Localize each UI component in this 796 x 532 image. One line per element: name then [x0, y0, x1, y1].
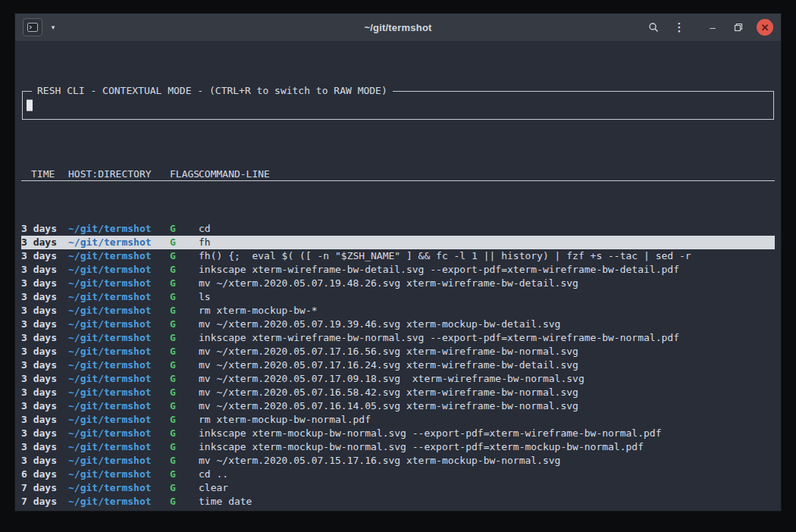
history-row[interactable]: 3 days~/git/termshotGinkscape xterm-mock… [21, 427, 775, 440]
header-flags: FLAGS [170, 167, 199, 180]
row-time: 3 days [21, 399, 68, 413]
minimize-button[interactable]: – [704, 18, 722, 36]
history-row[interactable]: 3 days~/git/termshotGfh() {; eval $( ([ … [21, 249, 775, 263]
row-time: 7 days [21, 495, 68, 509]
terminal-content: RESH CLI - CONTEXTUAL MODE - (CTRL+R to … [15, 41, 781, 511]
row-flags: G [170, 427, 199, 440]
row-flags: G [170, 290, 199, 304]
row-time: 6 days [21, 468, 68, 481]
search-button[interactable] [644, 18, 663, 36]
row-command: fh() {; eval $( ([ -n "$ZSH_NAME" ] && f… [199, 249, 775, 263]
row-command: cd .. [199, 468, 775, 481]
history-row[interactable]: 3 days~/git/termshotGinkscape xterm-wire… [21, 263, 775, 277]
history-row[interactable]: 3 days~/git/termshotGmv ~/xterm.2020.05.… [21, 345, 775, 358]
history-row[interactable]: 3 days~/git/termshotGcd [21, 222, 775, 236]
kebab-menu-icon[interactable]: ⋮ [670, 18, 688, 36]
history-row[interactable]: 7 days~/git/termshotGtime date [21, 495, 775, 509]
titlebar-left: ▾ [23, 18, 152, 36]
row-flags: G [170, 399, 199, 413]
history-row[interactable]: 3 days~/git/termshotGmv ~/xterm.2020.05.… [21, 386, 775, 399]
window-title: ~/git/termshot [152, 22, 644, 33]
row-command: rm xterm-mockup-bw-* [199, 304, 775, 318]
history-row[interactable]: 6 days~/git/termshotGcd .. [21, 468, 775, 481]
history-row[interactable]: 7 days~/git/termshotGtime x=1 [21, 509, 775, 511]
row-time: 3 days [21, 236, 68, 249]
history-row[interactable]: 3 days~/git/termshotGmv ~/xterm.2020.05.… [21, 277, 775, 290]
row-flags: G [170, 304, 199, 318]
row-time: 3 days [21, 249, 68, 263]
row-time: 7 days [21, 481, 68, 495]
row-command: inkscape xterm-mockup-bw-normal.svg --ex… [199, 427, 775, 440]
header-time: TIME [21, 167, 68, 180]
history-row[interactable]: 3 days~/git/termshotGmv ~/xterm.2020.05.… [21, 399, 775, 413]
row-time: 3 days [21, 454, 68, 468]
row-host: ~/git/termshot [68, 263, 170, 277]
row-command: mv ~/xterm.2020.05.07.16.58.42.svg xterm… [199, 386, 775, 399]
search-icon [648, 22, 659, 33]
row-host: ~/git/termshot [68, 413, 170, 427]
close-button[interactable]: ✕ [757, 19, 773, 36]
row-flags: G [170, 318, 199, 331]
chevron-down-icon[interactable]: ▾ [44, 18, 62, 36]
row-time: 7 days [21, 509, 68, 511]
table-header: TIME HOST:DIRECTORY FLAGS COMMAND-LINE [21, 167, 775, 181]
row-flags: G [170, 345, 199, 358]
row-host: ~/git/termshot [68, 454, 170, 468]
row-time: 3 days [21, 386, 68, 399]
row-flags: G [170, 331, 199, 345]
row-flags: G [170, 236, 199, 249]
history-row[interactable]: 3 days~/git/termshotGmv ~/xterm.2020.05.… [21, 358, 775, 372]
history-row[interactable]: 3 days~/git/termshotGls [21, 290, 775, 304]
row-command: mv ~/xterm.2020.05.07.17.09.18.svg xterm… [199, 372, 775, 386]
row-host: ~/git/termshot [68, 468, 170, 481]
row-host: ~/git/termshot [68, 358, 170, 372]
row-command: mv ~/xterm.2020.05.07.17.16.56.svg xterm… [199, 345, 775, 358]
history-row[interactable]: 3 days~/git/termshotGmv ~/xterm.2020.05.… [21, 318, 775, 331]
row-command: mv ~/xterm.2020.05.07.15.17.16.svg xterm… [199, 454, 775, 468]
history-row[interactable]: 3 days~/git/termshotGinkscape xterm-wire… [21, 331, 775, 345]
terminal-icon [27, 23, 38, 32]
mode-title: RESH CLI - CONTEXTUAL MODE - (CTRL+R to … [32, 84, 393, 98]
row-host: ~/git/termshot [68, 277, 170, 290]
row-flags: G [170, 495, 199, 509]
row-host: ~/git/termshot [68, 481, 170, 495]
row-host: ~/git/termshot [68, 399, 170, 413]
search-input-box[interactable]: RESH CLI - CONTEXTUAL MODE - (CTRL+R to … [22, 91, 774, 120]
row-time: 3 days [21, 427, 68, 440]
row-host: ~/git/termshot [68, 372, 170, 386]
new-terminal-button[interactable] [23, 18, 42, 36]
row-flags: G [170, 263, 199, 277]
history-row[interactable]: 3 days~/git/termshotGfh [21, 236, 775, 249]
row-host: ~/git/termshot [68, 440, 170, 454]
row-host: ~/git/termshot [68, 509, 170, 511]
row-time: 3 days [21, 277, 68, 290]
history-row[interactable]: 3 days~/git/termshotGinkscape xterm-mock… [21, 440, 775, 454]
row-host: ~/git/termshot [68, 331, 170, 345]
history-row[interactable]: 3 days~/git/termshotGmv ~/xterm.2020.05.… [21, 372, 775, 386]
row-time: 3 days [21, 290, 68, 304]
history-list: 3 days~/git/termshotGcd3 days~/git/terms… [21, 222, 775, 511]
row-time: 3 days [21, 358, 68, 372]
row-time: 3 days [21, 440, 68, 454]
row-time: 3 days [21, 222, 68, 236]
terminal-window: ▾ ~/git/termshot ⋮ – ✕ [15, 14, 781, 511]
history-row[interactable]: 7 days~/git/termshotGclear [21, 481, 775, 495]
row-flags: G [170, 249, 199, 263]
history-row[interactable]: 3 days~/git/termshotGrm xterm-mockup-bw-… [21, 304, 775, 318]
titlebar-right: ⋮ – ✕ [644, 18, 773, 36]
row-time: 3 days [21, 413, 68, 427]
row-time: 3 days [21, 345, 68, 358]
row-flags: G [170, 372, 199, 386]
row-host: ~/git/termshot [68, 249, 170, 263]
row-time: 3 days [21, 263, 68, 277]
history-row[interactable]: 3 days~/git/termshotGmv ~/xterm.2020.05.… [21, 454, 775, 468]
row-flags: G [170, 440, 199, 454]
row-time: 3 days [21, 304, 68, 318]
row-command: inkscape xterm-wireframe-bw-detail.svg -… [199, 263, 775, 277]
row-host: ~/git/termshot [68, 427, 170, 440]
history-row[interactable]: 3 days~/git/termshotGrm xterm-mockup-bw-… [21, 413, 775, 427]
restore-button[interactable] [729, 18, 747, 36]
header-host-directory: HOST:DIRECTORY [68, 167, 170, 180]
row-command: mv ~/xterm.2020.05.07.16.14.05.svg xterm… [199, 399, 775, 413]
row-command: ls [199, 290, 775, 304]
